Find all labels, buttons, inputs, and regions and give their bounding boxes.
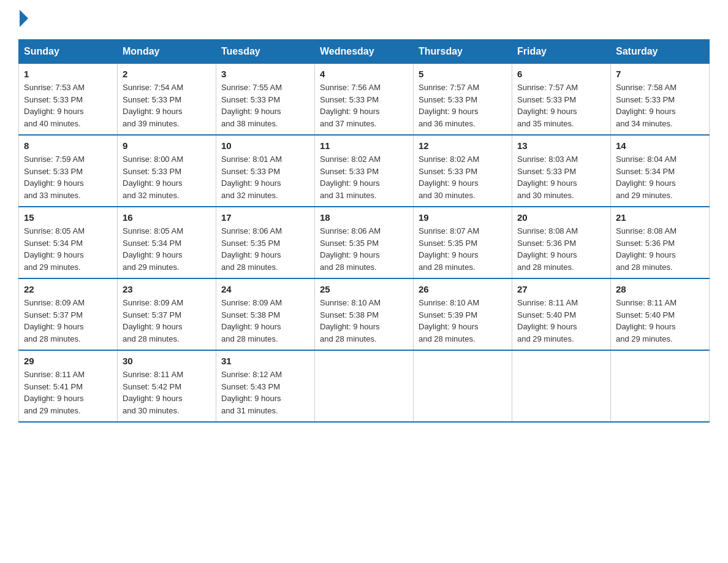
day-info: Sunrise: 8:09 AMSunset: 5:37 PMDaylight:… — [24, 297, 112, 345]
day-number: 24 — [221, 284, 309, 294]
day-number: 13 — [517, 140, 605, 151]
calendar-cell: 14Sunrise: 8:04 AMSunset: 5:34 PMDayligh… — [611, 135, 710, 207]
calendar-cell: 7Sunrise: 7:58 AMSunset: 5:33 PMDaylight… — [611, 64, 710, 136]
calendar-cell: 28Sunrise: 8:11 AMSunset: 5:40 PMDayligh… — [611, 278, 710, 350]
calendar-cell: 2Sunrise: 7:54 AMSunset: 5:33 PMDaylight… — [118, 64, 216, 136]
day-info: Sunrise: 8:07 AMSunset: 5:35 PMDaylight:… — [419, 225, 507, 273]
day-info: Sunrise: 8:12 AMSunset: 5:43 PMDaylight:… — [221, 369, 309, 416]
calendar-cell: 17Sunrise: 8:06 AMSunset: 5:35 PMDayligh… — [216, 207, 315, 278]
day-number: 26 — [419, 284, 507, 294]
calendar-week-row: 22Sunrise: 8:09 AMSunset: 5:37 PMDayligh… — [19, 278, 710, 350]
logo — [18, 12, 29, 27]
day-number: 30 — [123, 356, 211, 366]
day-number: 17 — [221, 212, 309, 223]
calendar-cell: 31Sunrise: 8:12 AMSunset: 5:43 PMDayligh… — [216, 350, 315, 422]
calendar-cell: 15Sunrise: 8:05 AMSunset: 5:34 PMDayligh… — [19, 207, 118, 278]
day-info: Sunrise: 7:53 AMSunset: 5:33 PMDaylight:… — [24, 82, 112, 129]
calendar-cell — [315, 350, 414, 422]
calendar-cell: 12Sunrise: 8:02 AMSunset: 5:33 PMDayligh… — [414, 135, 512, 207]
weekday-header-sunday: Sunday — [19, 40, 118, 64]
calendar-cell: 4Sunrise: 7:56 AMSunset: 5:33 PMDaylight… — [315, 64, 414, 136]
calendar-cell: 1Sunrise: 7:53 AMSunset: 5:33 PMDaylight… — [19, 64, 118, 136]
day-number: 21 — [616, 212, 704, 223]
day-info: Sunrise: 8:03 AMSunset: 5:33 PMDaylight:… — [517, 153, 605, 201]
calendar-cell — [512, 350, 611, 422]
day-number: 7 — [616, 69, 704, 79]
day-info: Sunrise: 8:06 AMSunset: 5:35 PMDaylight:… — [320, 225, 408, 273]
day-number: 8 — [24, 140, 112, 151]
calendar-week-row: 29Sunrise: 8:11 AMSunset: 5:41 PMDayligh… — [19, 350, 710, 422]
day-info: Sunrise: 7:55 AMSunset: 5:33 PMDaylight:… — [221, 82, 309, 129]
day-info: Sunrise: 8:10 AMSunset: 5:39 PMDaylight:… — [419, 297, 507, 345]
calendar-cell: 22Sunrise: 8:09 AMSunset: 5:37 PMDayligh… — [19, 278, 118, 350]
calendar-cell: 13Sunrise: 8:03 AMSunset: 5:33 PMDayligh… — [512, 135, 611, 207]
day-info: Sunrise: 7:54 AMSunset: 5:33 PMDaylight:… — [123, 82, 211, 129]
day-number: 2 — [123, 69, 211, 79]
day-info: Sunrise: 8:11 AMSunset: 5:40 PMDaylight:… — [517, 297, 605, 345]
day-number: 22 — [24, 284, 112, 294]
day-info: Sunrise: 8:08 AMSunset: 5:36 PMDaylight:… — [517, 225, 605, 273]
logo-arrow-icon — [20, 10, 28, 27]
day-info: Sunrise: 8:05 AMSunset: 5:34 PMDaylight:… — [24, 225, 112, 273]
day-info: Sunrise: 8:05 AMSunset: 5:34 PMDaylight:… — [123, 225, 211, 273]
day-number: 25 — [320, 284, 408, 294]
day-number: 23 — [123, 284, 211, 294]
day-number: 19 — [419, 212, 507, 223]
day-number: 6 — [517, 69, 605, 79]
calendar-cell: 30Sunrise: 8:11 AMSunset: 5:42 PMDayligh… — [118, 350, 216, 422]
day-info: Sunrise: 7:57 AMSunset: 5:33 PMDaylight:… — [517, 82, 605, 129]
day-number: 11 — [320, 140, 408, 151]
day-info: Sunrise: 8:06 AMSunset: 5:35 PMDaylight:… — [221, 225, 309, 273]
weekday-header-thursday: Thursday — [414, 40, 512, 64]
day-number: 20 — [517, 212, 605, 223]
calendar-cell: 20Sunrise: 8:08 AMSunset: 5:36 PMDayligh… — [512, 207, 611, 278]
calendar-cell: 18Sunrise: 8:06 AMSunset: 5:35 PMDayligh… — [315, 207, 414, 278]
day-info: Sunrise: 7:59 AMSunset: 5:33 PMDaylight:… — [24, 153, 112, 201]
calendar-cell — [611, 350, 710, 422]
calendar-week-row: 8Sunrise: 7:59 AMSunset: 5:33 PMDaylight… — [19, 135, 710, 207]
weekday-header-monday: Monday — [118, 40, 216, 64]
day-info: Sunrise: 8:11 AMSunset: 5:40 PMDaylight:… — [616, 297, 704, 345]
day-number: 10 — [221, 140, 309, 151]
calendar-table: SundayMondayTuesdayWednesdayThursdayFrid… — [18, 39, 710, 423]
day-number: 5 — [419, 69, 507, 79]
weekday-header-tuesday: Tuesday — [216, 40, 315, 64]
day-number: 29 — [24, 356, 112, 366]
day-info: Sunrise: 8:04 AMSunset: 5:34 PMDaylight:… — [616, 153, 704, 201]
day-info: Sunrise: 8:01 AMSunset: 5:33 PMDaylight:… — [221, 153, 309, 201]
day-info: Sunrise: 8:09 AMSunset: 5:38 PMDaylight:… — [221, 297, 309, 345]
calendar-week-row: 15Sunrise: 8:05 AMSunset: 5:34 PMDayligh… — [19, 207, 710, 278]
day-info: Sunrise: 8:11 AMSunset: 5:42 PMDaylight:… — [123, 369, 211, 416]
calendar-week-row: 1Sunrise: 7:53 AMSunset: 5:33 PMDaylight… — [19, 64, 710, 136]
day-number: 4 — [320, 69, 408, 79]
calendar-cell: 11Sunrise: 8:02 AMSunset: 5:33 PMDayligh… — [315, 135, 414, 207]
calendar-cell: 25Sunrise: 8:10 AMSunset: 5:38 PMDayligh… — [315, 278, 414, 350]
day-info: Sunrise: 8:00 AMSunset: 5:33 PMDaylight:… — [123, 153, 211, 201]
day-info: Sunrise: 7:56 AMSunset: 5:33 PMDaylight:… — [320, 82, 408, 129]
day-number: 12 — [419, 140, 507, 151]
calendar-cell — [414, 350, 512, 422]
calendar-cell: 3Sunrise: 7:55 AMSunset: 5:33 PMDaylight… — [216, 64, 315, 136]
weekday-header-row: SundayMondayTuesdayWednesdayThursdayFrid… — [19, 40, 710, 64]
calendar-cell: 16Sunrise: 8:05 AMSunset: 5:34 PMDayligh… — [118, 207, 216, 278]
day-info: Sunrise: 8:08 AMSunset: 5:36 PMDaylight:… — [616, 225, 704, 273]
calendar-cell: 9Sunrise: 8:00 AMSunset: 5:33 PMDaylight… — [118, 135, 216, 207]
day-number: 16 — [123, 212, 211, 223]
day-number: 14 — [616, 140, 704, 151]
calendar-cell: 10Sunrise: 8:01 AMSunset: 5:33 PMDayligh… — [216, 135, 315, 207]
calendar-cell: 8Sunrise: 7:59 AMSunset: 5:33 PMDaylight… — [19, 135, 118, 207]
calendar-cell: 6Sunrise: 7:57 AMSunset: 5:33 PMDaylight… — [512, 64, 611, 136]
day-info: Sunrise: 8:02 AMSunset: 5:33 PMDaylight:… — [419, 153, 507, 201]
weekday-header-wednesday: Wednesday — [315, 40, 414, 64]
day-info: Sunrise: 8:10 AMSunset: 5:38 PMDaylight:… — [320, 297, 408, 345]
calendar-cell: 26Sunrise: 8:10 AMSunset: 5:39 PMDayligh… — [414, 278, 512, 350]
calendar-cell: 5Sunrise: 7:57 AMSunset: 5:33 PMDaylight… — [414, 64, 512, 136]
day-info: Sunrise: 8:02 AMSunset: 5:33 PMDaylight:… — [320, 153, 408, 201]
page-header — [18, 12, 710, 27]
calendar-cell: 19Sunrise: 8:07 AMSunset: 5:35 PMDayligh… — [414, 207, 512, 278]
day-number: 18 — [320, 212, 408, 223]
calendar-cell: 23Sunrise: 8:09 AMSunset: 5:37 PMDayligh… — [118, 278, 216, 350]
weekday-header-friday: Friday — [512, 40, 611, 64]
calendar-cell: 21Sunrise: 8:08 AMSunset: 5:36 PMDayligh… — [611, 207, 710, 278]
day-number: 28 — [616, 284, 704, 294]
